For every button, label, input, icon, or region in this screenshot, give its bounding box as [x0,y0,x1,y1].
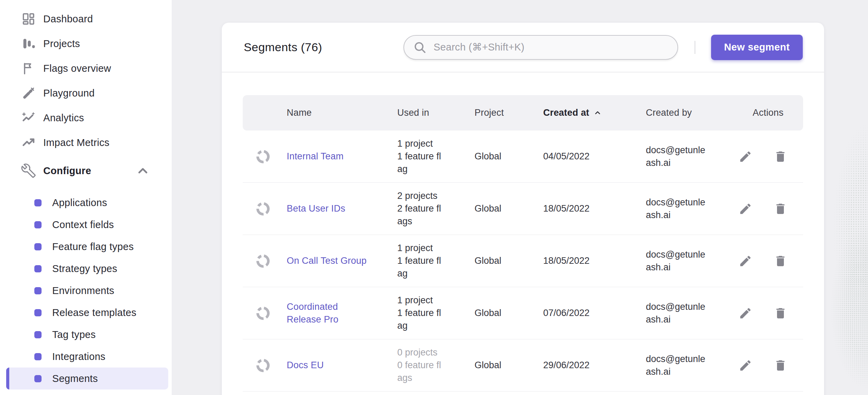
header-divider [695,41,695,54]
sidebar-subitem-label: Environments [52,285,114,296]
sidebar-subitem[interactable]: Integrations [6,346,168,368]
column-header-project[interactable]: Project [475,108,543,118]
project-cell: Global [475,151,543,162]
column-header-created-by[interactable]: Created by [646,108,733,118]
sidebar-subitem[interactable]: Environments [6,280,168,302]
used-in-projects: 1 project [397,137,445,150]
delete-segment-button[interactable] [774,254,787,268]
created-at-cell: 18/05/2022 [543,203,646,214]
sidebar-subitem-label: Release templates [52,307,136,318]
sidebar-item-projects[interactable]: Projects [0,31,172,56]
segment-donut-icon [255,201,271,217]
used-in-cell: 1 project 1 feature flag [397,294,475,332]
used-in-projects: 1 project [397,242,445,255]
search-input[interactable] [433,41,669,53]
sidebar-item-impact-metrics[interactable]: Impact Metrics [0,130,172,155]
created-by-cell: docs@getunleash.ai [646,196,708,222]
segments-table: Name Used in Project Created at Created … [243,95,803,392]
segment-name-link[interactable]: Coordinated Release Pro [287,301,373,326]
sidebar-nav: Dashboard Projects Flags overview P [0,0,172,390]
sidebar-subitem[interactable]: Applications [6,192,168,214]
segment-name-link[interactable]: Internal Team [287,150,344,163]
sidebar-subitem[interactable]: Release templates [6,302,168,324]
delete-segment-button[interactable] [774,202,787,216]
background-watermark [821,74,868,395]
segment-icon-cell [243,253,287,269]
used-in-cell: 1 project 1 feature flag [397,137,475,176]
search-box[interactable] [403,35,678,60]
pencil-icon [739,359,752,372]
used-in-flags: 2 feature flags [397,202,445,228]
sidebar-subitem[interactable]: Context fields [6,214,168,236]
created-at-cell: 29/06/2022 [543,360,646,371]
sidebar-item-label: Playground [43,88,95,99]
created-by-cell: docs@getunleash.ai [646,144,708,169]
sidebar-subitem-label: Segments [52,373,98,384]
edit-segment-button[interactable] [739,306,752,320]
new-segment-button[interactable]: New segment [711,35,803,60]
table-header-row: Name Used in Project Created at Created … [243,95,803,131]
segment-name-link[interactable]: On Call Test Group [287,255,367,267]
sort-ascending-icon [594,109,602,117]
segment-icon-cell [243,201,287,217]
flag-icon [21,61,36,76]
edit-segment-button[interactable] [739,254,752,268]
analytics-sparkle-icon [21,111,36,125]
trash-icon [774,254,787,268]
bullet-square-icon [34,375,42,382]
segment-donut-icon [255,149,271,165]
sidebar-item-dashboard[interactable]: Dashboard [0,7,172,31]
sidebar-subitem[interactable]: Strategy types [6,258,168,280]
segment-icon-cell [243,358,287,373]
bullet-square-icon [34,331,42,338]
edit-segment-button[interactable] [739,202,752,216]
sidebar-item-playground[interactable]: Playground [0,81,172,105]
sidebar-subitem[interactable]: Feature flag types [6,236,168,258]
edit-segment-button[interactable] [739,150,752,163]
created-at-cell: 18/05/2022 [543,256,646,266]
delete-segment-button[interactable] [774,359,787,372]
sidebar-item-flags-overview[interactable]: Flags overview [0,56,172,81]
segment-icon-cell [243,149,287,165]
project-cell: Global [475,308,543,318]
sidebar-item-label: Projects [43,38,80,49]
created-by-cell: docs@getunleash.ai [646,353,708,378]
search-icon [413,41,427,54]
sidebar-subitem[interactable]: Tag types [6,324,168,346]
used-in-cell: 2 projects 2 feature flags [397,190,475,228]
segment-name-link[interactable]: Docs EU [287,359,324,372]
created-by-cell: docs@getunleash.ai [646,248,708,274]
delete-segment-button[interactable] [774,306,787,320]
magic-wand-icon [21,86,36,100]
wrench-icon [21,163,36,178]
table-row: Docs EU 0 projects 0 feature flags Globa… [243,339,803,392]
trash-icon [774,202,787,216]
page-title: Segments (76) [244,41,322,54]
sidebar-subitem[interactable]: Segments [6,368,168,390]
table-row: On Call Test Group 1 project 1 feature f… [243,235,803,287]
delete-segment-button[interactable] [774,150,787,163]
sidebar-item-label: Flags overview [43,63,111,74]
segment-name-cell: Docs EU [287,359,397,372]
background-watermark [831,220,868,395]
column-header-used-in[interactable]: Used in [397,108,475,118]
created-at-cell: 07/06/2022 [543,308,646,318]
bullet-square-icon [34,221,42,228]
used-in-flags: 1 feature flag [397,255,445,280]
sidebar-item-analytics[interactable]: Analytics [0,105,172,130]
column-header-created-at[interactable]: Created at [543,108,646,118]
sidebar-subitem-label: Strategy types [52,263,117,274]
segment-name-link[interactable]: Beta User IDs [287,202,345,215]
sidebar-item-configure[interactable]: Configure [0,158,172,183]
table-body: Internal Team 1 project 1 feature flag G… [243,131,803,392]
project-cell: Global [475,203,543,214]
actions-cell [733,359,803,372]
project-cell: Global [475,256,543,266]
column-header-name[interactable]: Name [287,108,397,118]
pencil-icon [739,202,752,216]
segment-name-cell: Beta User IDs [287,202,397,215]
actions-cell [733,306,803,320]
used-in-cell: 0 projects 0 feature flags [397,346,475,384]
created-at-cell: 04/05/2022 [543,151,646,162]
edit-segment-button[interactable] [739,359,752,372]
